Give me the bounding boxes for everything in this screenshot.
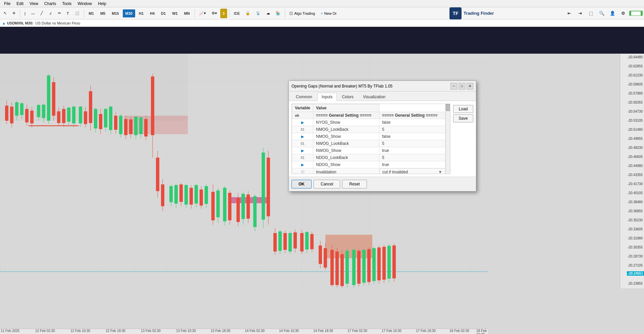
- menu-tools[interactable]: Tools: [59, 1, 74, 7]
- line-tool[interactable]: |: [22, 9, 28, 18]
- svg-rect-139: [377, 247, 381, 280]
- reset-button[interactable]: Reset: [342, 180, 367, 188]
- market-btn[interactable]: 🏪: [273, 9, 283, 18]
- menu-help[interactable]: Help: [95, 1, 109, 7]
- text-tool[interactable]: T: [64, 9, 71, 18]
- cloud-btn[interactable]: ☁: [264, 9, 272, 18]
- svg-rect-4: [10, 107, 13, 123]
- time-label-7: 14 Feb 02:30: [245, 329, 265, 333]
- tf-h1[interactable]: H1: [136, 9, 146, 17]
- price-label-4: -20.59605: [628, 82, 643, 86]
- tab-visualization[interactable]: Visualization: [359, 93, 390, 101]
- chart-area[interactable]: -20.64480 -20.62855 -20.61230 -20.59605 …: [0, 54, 644, 334]
- cursor-tool[interactable]: ↖: [1, 9, 9, 18]
- row-icon-cell: ▶: [292, 119, 313, 126]
- time-label-1: 12 Feb 02:30: [35, 329, 55, 333]
- svg-rect-49: [124, 119, 127, 135]
- menu-bar: File Edit View Charts Tools Window Help: [0, 0, 644, 7]
- template-btn[interactable]: $: [220, 9, 227, 18]
- row-value-cell[interactable]: 5: [379, 154, 445, 161]
- nav-right-btn[interactable]: ⇥: [576, 9, 585, 18]
- time-label-3: 12 Feb 18:30: [106, 329, 125, 333]
- price-label-5: -20.57980: [628, 92, 643, 95]
- dialog-title-bar: Opening Gaps (Normal and Breaker) MT5 By…: [289, 81, 476, 92]
- svg-rect-137: [372, 248, 376, 281]
- time-label-4: 13 Feb 02:30: [141, 329, 161, 333]
- svg-rect-73: [190, 188, 193, 205]
- row-value-cell[interactable]: cut if invalided ▼: [379, 168, 445, 174]
- dialog-maximize-btn[interactable]: □: [459, 83, 465, 90]
- cancel-button[interactable]: Cancel: [314, 180, 340, 188]
- dialog-minimize-btn[interactable]: ─: [450, 83, 457, 90]
- row-value-cell[interactable]: 5: [379, 140, 445, 147]
- tf-w1[interactable]: W1: [169, 9, 180, 17]
- row-variable-cell: NMOG_Show: [313, 133, 379, 140]
- time-label-2: 12 Feb 10:30: [70, 329, 90, 333]
- algo-trading-btn[interactable]: Algo Trading: [287, 9, 317, 18]
- price-label-11: -20.48230: [628, 146, 643, 150]
- zoom-region-btn[interactable]: ⬚: [586, 9, 596, 18]
- row-value-cell[interactable]: true: [379, 161, 445, 168]
- ide-btn[interactable]: IDE: [231, 9, 242, 18]
- price-label-6: -20.56355: [628, 101, 643, 104]
- tf-d1[interactable]: D1: [158, 9, 168, 17]
- tf-m5[interactable]: M5: [98, 9, 108, 17]
- tab-inputs[interactable]: Inputs: [317, 93, 337, 101]
- tab-colors[interactable]: Colors: [337, 93, 358, 101]
- dialog-title: Opening Gaps (Normal and Breaker) MT5 By…: [291, 84, 392, 89]
- svg-rect-53: [134, 117, 138, 135]
- hline-tool[interactable]: —: [29, 9, 37, 18]
- tf-m30[interactable]: M30: [123, 9, 135, 17]
- svg-rect-79: [205, 186, 208, 204]
- tf-m15[interactable]: M15: [109, 9, 121, 17]
- price-label-14: -20.43355: [628, 173, 643, 177]
- tf-mn[interactable]: MN: [181, 9, 193, 17]
- menu-file[interactable]: File: [1, 1, 13, 7]
- svg-rect-145: [392, 245, 396, 278]
- ok-button[interactable]: OK: [291, 180, 312, 188]
- crosshair-tool[interactable]: ✛: [10, 9, 18, 18]
- svg-rect-91: [241, 194, 245, 219]
- nav-left-btn[interactable]: ⇤: [565, 9, 574, 18]
- svg-rect-61: [156, 158, 159, 191]
- inputs-scroll-area[interactable]: Variable Value ab ===== G: [291, 104, 450, 174]
- lock-btn[interactable]: 🔒: [243, 9, 253, 18]
- price-label-17: -20.38480: [628, 200, 643, 204]
- row-value-cell[interactable]: false: [379, 119, 445, 126]
- menu-charts[interactable]: Charts: [42, 1, 59, 7]
- row-value-cell[interactable]: 5: [379, 126, 445, 133]
- drawing-tool[interactable]: ✏: [56, 9, 63, 18]
- table-scrollbar[interactable]: [445, 104, 450, 174]
- tf-m1[interactable]: M1: [86, 9, 97, 17]
- account-btn[interactable]: 👤: [608, 9, 617, 18]
- row-value-cell[interactable]: false: [379, 133, 445, 140]
- settings-btn[interactable]: ⚙: [619, 9, 628, 18]
- load-button[interactable]: Load: [453, 105, 473, 113]
- indicators-btn[interactable]: ⚙▾: [209, 9, 219, 18]
- svg-rect-65: [169, 186, 173, 202]
- new-order-btn[interactable]: + New Or: [318, 9, 339, 18]
- tab-common[interactable]: Common: [291, 93, 317, 101]
- search-btn[interactable]: 🔍: [597, 9, 606, 18]
- row-value-cell[interactable]: true: [379, 147, 445, 154]
- dialog-close-btn[interactable]: ✕: [467, 83, 473, 90]
- chart-type-btn[interactable]: 📈▾: [197, 9, 208, 18]
- menu-window[interactable]: Window: [75, 1, 95, 7]
- shapes-tool[interactable]: ⬜: [72, 9, 82, 18]
- signal-btn[interactable]: 📡: [254, 9, 263, 18]
- svg-rect-39: [99, 114, 102, 129]
- menu-view[interactable]: View: [27, 1, 41, 7]
- svg-rect-24: [62, 109, 65, 123]
- channel-tool[interactable]: ⫽: [46, 9, 55, 18]
- price-label-8: -20.53105: [628, 119, 643, 122]
- tf-h4[interactable]: H4: [147, 9, 157, 17]
- scroll-thumb[interactable]: [446, 104, 450, 111]
- save-button[interactable]: Save: [453, 114, 473, 122]
- price-axis: -20.64480 -20.62855 -20.61230 -20.59605 …: [620, 54, 644, 288]
- row-icon-cell: 01: [292, 154, 313, 161]
- price-label-19: -20.35230: [628, 218, 643, 222]
- menu-edit[interactable]: Edit: [14, 1, 26, 7]
- svg-rect-121: [330, 250, 334, 285]
- trendline-tool[interactable]: ╱: [38, 9, 45, 18]
- price-label-24: -20.27105: [628, 264, 643, 267]
